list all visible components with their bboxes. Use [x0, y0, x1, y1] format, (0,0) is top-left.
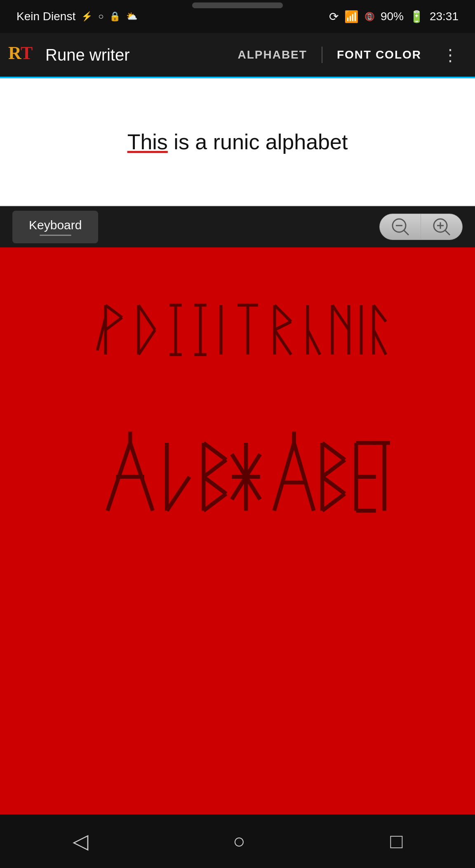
rune-display-area	[0, 247, 475, 814]
rune-line-1	[85, 264, 390, 404]
notch	[192, 2, 283, 8]
font-color-button[interactable]: FONT COLOR	[325, 44, 434, 66]
status-right: ⟳ 📶 📵 90% 🔋 23:31	[329, 10, 459, 24]
zoom-controls	[379, 214, 463, 240]
svg-line-35	[374, 305, 386, 322]
rune-line-2	[85, 412, 390, 553]
toolbar: Keyboard	[0, 206, 475, 247]
app-title: Rune writer	[45, 46, 130, 64]
zoom-out-button[interactable]	[380, 214, 421, 240]
svg-line-60	[322, 494, 345, 510]
svg-line-14	[139, 330, 155, 355]
svg-line-26	[275, 322, 291, 330]
back-button[interactable]: ◁	[73, 829, 88, 853]
recent-apps-button[interactable]: □	[390, 829, 402, 853]
bag-icon: 🔒	[109, 11, 120, 22]
home-button[interactable]: ○	[233, 829, 245, 853]
svg-line-57	[322, 443, 345, 460]
svg-line-53	[294, 443, 314, 510]
bottom-nav: ◁ ○ □	[0, 814, 475, 868]
cloud-icon: ⛅	[126, 11, 137, 22]
svg-line-25	[275, 305, 291, 322]
svg-line-36	[374, 330, 386, 355]
svg-line-44	[204, 443, 226, 460]
text-editor-area[interactable]: This is a runic alphabet	[0, 78, 475, 206]
flash-icon: ⚡	[81, 11, 92, 22]
app-bar: R T Rune writer ALPHABET FONT COLOR ⋮	[0, 33, 475, 78]
highlighted-word: This	[127, 130, 168, 154]
svg-line-9	[106, 318, 122, 330]
zoom-in-button[interactable]	[421, 214, 462, 240]
zoom-out-icon	[390, 216, 411, 237]
svg-line-27	[275, 330, 291, 355]
logo-t: T	[21, 42, 33, 64]
svg-line-46	[204, 477, 226, 494]
app-logo: R T	[8, 42, 37, 67]
svg-line-13	[139, 305, 155, 330]
battery-icon: 🔋	[409, 10, 424, 24]
svg-line-31	[332, 305, 349, 330]
nav-divider	[322, 47, 322, 63]
carrier-text: Kein Dienst	[16, 10, 75, 23]
svg-line-52	[274, 443, 294, 510]
rotate-icon: ⟳	[329, 10, 339, 24]
svg-line-42	[167, 477, 190, 510]
status-left: Kein Dienst ⚡ ○ 🔒 ⛅	[16, 10, 137, 23]
editor-text: This is a runic alphabet	[127, 127, 348, 157]
logo-r: R	[8, 42, 21, 64]
circle-icon: ○	[98, 11, 103, 22]
keyboard-button[interactable]: Keyboard	[12, 211, 98, 243]
svg-line-2	[404, 230, 409, 235]
svg-line-58	[322, 460, 345, 477]
main-content: R T Rune writer ALPHABET FONT COLOR ⋮ Th…	[0, 33, 475, 814]
rest-of-text: is a runic alphabet	[174, 130, 348, 154]
svg-line-59	[322, 477, 345, 494]
svg-line-8	[106, 305, 122, 318]
svg-line-6	[445, 230, 450, 235]
time-display: 23:31	[430, 10, 459, 23]
svg-line-47	[204, 494, 226, 510]
svg-line-45	[204, 460, 226, 477]
zoom-in-icon	[431, 216, 452, 237]
battery-percent: 90%	[381, 10, 404, 23]
wifi-icon: 📶	[344, 10, 359, 24]
alphabet-button[interactable]: ALPHABET	[225, 44, 319, 66]
signal-icon: 📵	[364, 12, 375, 21]
more-options-button[interactable]: ⋮	[434, 45, 467, 64]
svg-line-29	[308, 330, 320, 355]
